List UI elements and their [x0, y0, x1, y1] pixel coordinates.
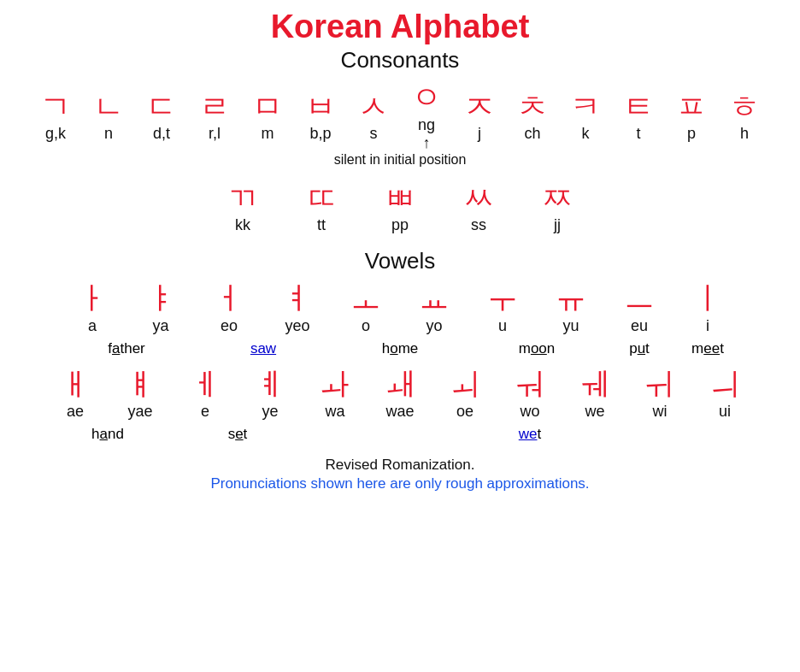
vowel-col-u: ㅜ u [468, 281, 537, 335]
consonant-col-s: ㅅ s [347, 90, 400, 144]
underline-o: o [390, 340, 397, 357]
underline-oo: oo [531, 340, 547, 357]
roman-label: wa [325, 403, 344, 421]
consonant-col-k: ㅋ k [559, 90, 612, 144]
roman-label: ae [67, 403, 84, 421]
roman-label: g,k [45, 125, 66, 143]
roman-label: oe [456, 403, 474, 421]
roman-label: r,l [209, 125, 221, 143]
korean-char: ㅏ [77, 281, 108, 315]
vowel-col-eo: ㅓ eo [195, 281, 263, 335]
double-col-tt: ㄸ tt [295, 181, 348, 235]
roman-label: yo [426, 317, 442, 335]
roman-label: we [585, 403, 604, 421]
vowel2-col-oe: ㅚ oe [432, 368, 497, 421]
vowel-col-ya: ㅑ ya [126, 281, 195, 335]
roman-label: pp [391, 216, 409, 234]
example-meet: meet [674, 340, 742, 357]
vowel2-col-wa: ㅘ wa [303, 368, 368, 421]
roman-label: a [88, 317, 97, 335]
korean-char: ㅒ [125, 368, 156, 402]
roman-label: i [706, 317, 709, 335]
korean-char: ㅚ [450, 368, 480, 402]
vowel2-col-we: ㅞ we [562, 368, 627, 421]
underline-saw: saw [250, 340, 276, 357]
roman-label: ss [471, 216, 486, 234]
vowel2-col-ye: ㅖ ye [238, 368, 303, 421]
footer-note: Pronunciations shown here are only rough… [210, 475, 589, 492]
vowel2-col-yae: ㅒ yae [108, 368, 173, 421]
vowel-col-yo: ㅛ yo [400, 281, 468, 335]
example2-set: set [173, 426, 303, 443]
example2-empty2 [627, 426, 757, 443]
roman-label: p [687, 125, 696, 143]
roman-label: u [498, 317, 507, 335]
roman-label: n [104, 125, 113, 143]
korean-char: ㅔ [190, 368, 221, 402]
vowels-title: Vowels [365, 248, 435, 274]
roman-label: d,t [153, 125, 170, 143]
example-father: father [58, 340, 195, 357]
consonant-col-t: ㅌ t [612, 90, 665, 144]
consonant-col-ng: ㅇ ng ↑ [400, 80, 453, 152]
korean-char: ㅓ [214, 281, 244, 315]
double-col-ss: ㅆ ss [452, 181, 505, 235]
underline-a: a [112, 340, 120, 357]
roman-label: yeo [285, 317, 309, 335]
silent-note: silent in initial position [334, 152, 467, 167]
roman-label: ye [262, 403, 278, 421]
korean-char: ㄸ [306, 181, 337, 215]
roman-label: eo [221, 317, 238, 335]
korean-char: ㅎ [729, 90, 760, 124]
vowel-col-eu: ㅡ eu [605, 281, 674, 335]
roman-label: kk [235, 216, 250, 234]
double-col-kk: ㄲ kk [216, 181, 269, 235]
korean-char: ㅟ [644, 368, 675, 402]
consonants-title: Consonants [341, 47, 460, 74]
underline-wet: we [519, 426, 538, 442]
korean-char: ㅁ [252, 90, 283, 124]
underline-ee: ee [703, 340, 720, 357]
roman-label: k [582, 125, 590, 143]
roman-label: wi [653, 403, 668, 421]
roman-label: j [478, 125, 481, 143]
korean-char: ㅈ [464, 90, 495, 124]
roman-label: m [262, 125, 274, 143]
second-vowels-row: ㅐ ae ㅒ yae ㅔ e ㅖ ye ㅘ wa ㅙ wae ㅚ oe ㅝ wo [17, 368, 783, 421]
roman-label: e [201, 403, 209, 421]
example-put: put [605, 340, 674, 357]
consonant-col-rl: ㄹ r,l [188, 90, 241, 144]
arrow-icon: ↑ [423, 134, 431, 152]
roman-label: ui [719, 403, 731, 421]
double-col-jj: ㅉ jj [531, 181, 584, 235]
underline-a2: a [100, 426, 108, 442]
vowel-col-o: ㅗ o [332, 281, 400, 335]
korean-char: ㅖ [255, 368, 285, 402]
vowel2-col-ui: ㅢ ui [692, 368, 757, 421]
roman-label: t [636, 125, 640, 143]
roman-label: yu [562, 317, 579, 335]
vowel-col-i: ㅣ i [674, 281, 742, 335]
korean-char: ㅙ [385, 368, 415, 402]
korean-char: ㅉ [542, 181, 573, 215]
korean-char: ㄲ [227, 181, 258, 215]
roman-label: s [370, 125, 378, 143]
consonant-col-n: ㄴ n [82, 90, 135, 144]
roman-label: b,p [309, 125, 331, 143]
roman-label: wo [520, 403, 539, 421]
consonant-col-m: ㅁ m [241, 90, 294, 144]
vowel-col-yeo: ㅕ yeo [263, 281, 332, 335]
korean-char: ㅛ [419, 281, 450, 315]
korean-char: ㅊ [517, 90, 548, 124]
korean-char: ㅢ [709, 368, 740, 402]
example-saw: saw [195, 340, 332, 357]
example2-hand: hand [43, 426, 173, 443]
consonant-col-p: ㅍ p [665, 90, 718, 144]
korean-char: ㄱ [40, 90, 71, 124]
footer-section: Revised Romanization. Pronunciations sho… [210, 457, 589, 492]
second-vowels-section: ㅐ ae ㅒ yae ㅔ e ㅖ ye ㅘ wa ㅙ wae ㅚ oe ㅝ wo [17, 368, 783, 444]
korean-char: ㄴ [93, 90, 124, 124]
consonant-col-bp: ㅂ b,p [294, 90, 347, 144]
vowel2-col-wi: ㅟ wi [627, 368, 692, 421]
vowel2-col-wae: ㅙ wae [368, 368, 432, 421]
